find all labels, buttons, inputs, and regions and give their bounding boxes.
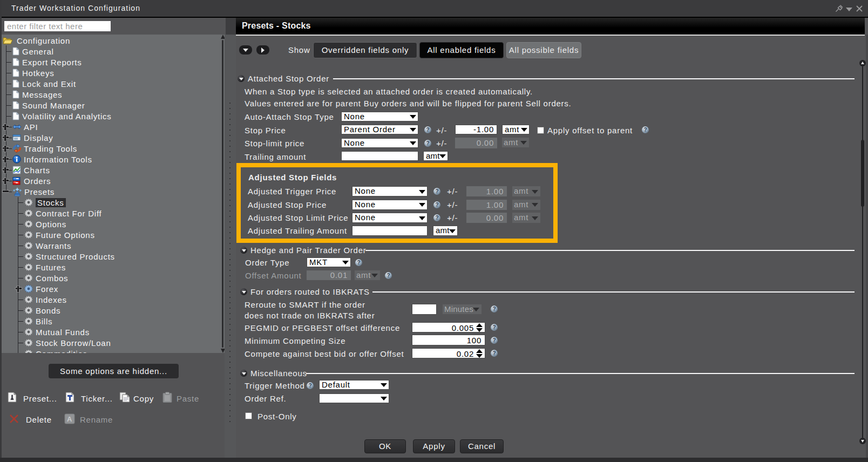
svg-text:A: A [67, 415, 72, 423]
